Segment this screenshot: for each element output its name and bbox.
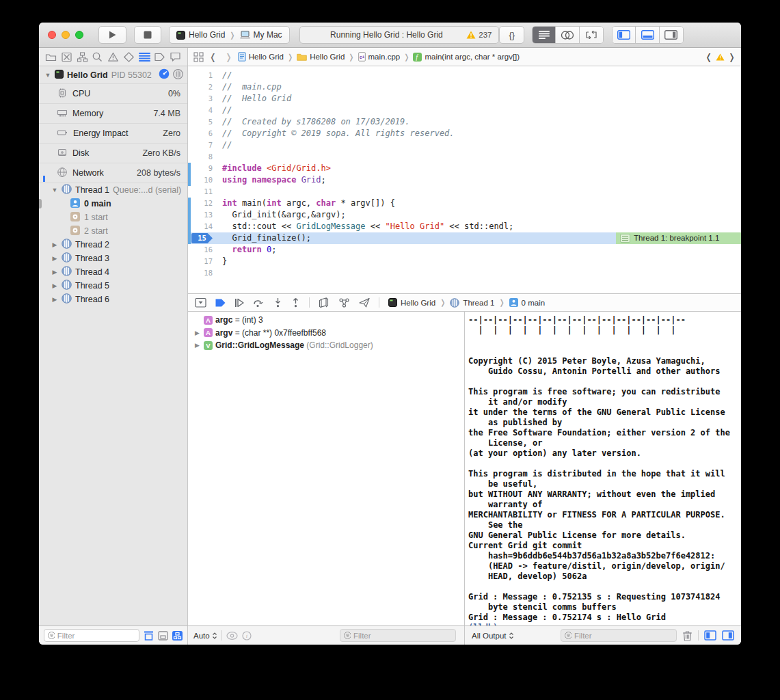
code-line[interactable]: 15 Grid_finalize();Thread 1: breakpoint … [188,232,741,244]
stack-filter-toggle-icon[interactable] [158,631,168,641]
flag-filter-toggle-icon[interactable] [144,631,154,641]
variable-row[interactable]: ▶Aargv = (char **) 0x7ffeefbff568 [188,327,464,340]
code-line[interactable]: 1// [188,70,741,81]
line-number-gutter[interactable]: 5 [188,116,218,128]
gauge-row-memory[interactable]: Memory7.4 MB [39,104,187,124]
hide-debug-area-icon[interactable] [195,297,206,308]
continue-icon[interactable] [234,298,244,308]
debug-crumb-thread[interactable]: Thread 1 [463,299,494,307]
variable-row[interactable]: Aargc = (int) 3 [188,314,464,327]
variables-scope-popup[interactable]: Auto [193,632,217,640]
code-line[interactable]: 8 [188,151,741,163]
disclosure-triangle[interactable]: ▶ [51,296,58,303]
step-over-icon[interactable] [253,297,265,308]
code-line[interactable]: 2// main.cpp [188,81,741,93]
line-number-gutter[interactable]: 6 [188,128,218,139]
thread-row[interactable]: ▶Thread 2 [39,238,187,252]
code-line[interactable]: 14 std::cout << GridLogMessage << "Hello… [188,221,741,232]
scheme-selector[interactable]: Hello Grid ❭ My Mac [169,26,290,44]
code-line[interactable]: 17} [188,256,741,267]
related-items-icon[interactable] [193,52,204,62]
forward-button[interactable]: ❭ [222,52,235,62]
code-line[interactable]: 11 [188,186,741,198]
toggle-navigator-button[interactable] [613,27,636,43]
toggle-console-view-icon[interactable] [722,630,734,641]
standard-editor-button[interactable] [533,27,556,43]
process-row[interactable]: ▼Hello GridPID 55302 [39,66,187,84]
disclosure-triangle[interactable]: ▼ [44,72,51,79]
thread-row[interactable]: ▶Thread 4 [39,265,187,279]
line-number-gutter[interactable]: 3 [188,93,218,105]
code-line[interactable]: 5// Created by s1786208 on 17/03/2019. [188,116,741,128]
run-button[interactable] [98,26,126,44]
debug-navigator-icon[interactable] [139,53,150,62]
navigator-filter-field[interactable] [44,629,139,642]
stack-frame-row[interactable]: 2 start [39,224,187,238]
variables-filter-input[interactable] [353,632,452,640]
console[interactable]: --|--|--|--|--|--|--|--|--|--|--|--|--|-… [465,312,741,625]
line-number-gutter[interactable]: 16 [188,244,218,256]
stop-button[interactable] [134,26,161,44]
code-line[interactable]: 10using namespace Grid; [188,174,741,186]
toggle-variables-view-icon[interactable] [704,630,716,641]
line-number-gutter[interactable]: 7 [188,139,218,151]
code-line[interactable]: 7// [188,139,741,151]
line-number-gutter[interactable]: 13 [188,209,218,221]
stack-frame-row[interactable]: 0 main [39,197,187,211]
breakpoint-annotation[interactable]: Thread 1: breakpoint 1.1 [616,232,741,244]
line-number-gutter[interactable]: 17 [188,256,218,267]
close-window-button[interactable] [48,31,56,39]
code-line[interactable]: 12int main(int argc, char * argv[]) { [188,198,741,209]
jumpbar-crumb-project[interactable]: Hello Grid [249,53,284,61]
find-navigator-icon[interactable] [92,51,103,63]
code-line[interactable]: 13 Grid_init(&argc,&argv); [188,209,741,221]
minimize-window-button[interactable] [62,31,70,39]
thread-row[interactable]: ▶Thread 6 [39,293,187,306]
memory-graph-icon[interactable] [338,297,350,308]
debug-gauge-icon[interactable] [159,68,170,79]
activate-breakpoints-icon[interactable] [215,299,226,307]
disclosure-triangle[interactable]: ▶ [51,241,58,248]
gauge-row-disk[interactable]: DiskZero KB/s [39,144,187,163]
disclosure-triangle[interactable]: ▶ [51,282,58,289]
line-number-gutter[interactable]: 10 [188,174,218,186]
code-line[interactable]: 3// Hello Grid [188,93,741,105]
thread-row[interactable]: ▼Thread 1Queue:...d (serial) [39,183,187,197]
back-button[interactable]: ❬ [206,52,219,62]
console-output[interactable]: --|--|--|--|--|--|--|--|--|--|--|--|--|-… [465,312,741,625]
eye-icon[interactable] [226,632,238,640]
view-debugger-icon[interactable] [319,297,330,308]
simulate-location-icon[interactable] [359,297,370,308]
line-number-gutter[interactable]: 12 [188,198,218,209]
warning-count-badge[interactable]: 237 [466,31,492,39]
version-editor-button[interactable] [580,27,603,43]
navigator-filter-input[interactable] [57,632,135,640]
code-snippet-button[interactable]: {} [499,26,524,44]
step-out-icon[interactable] [291,297,300,308]
console-filter-input[interactable] [574,632,673,640]
disclosure-triangle[interactable]: ▼ [51,187,58,193]
test-navigator-icon[interactable] [123,51,135,63]
source-editor[interactable]: 1//2// main.cpp3// Hello Grid4//5// Crea… [188,66,741,294]
interesting-filter-toggle-icon[interactable] [172,631,183,641]
toggle-debug-area-button[interactable] [636,27,659,43]
project-navigator-icon[interactable] [45,51,57,63]
step-into-icon[interactable] [273,297,282,308]
code-line[interactable]: 18 [188,267,741,279]
disclosure-triangle[interactable]: ▶ [51,269,58,275]
code-line[interactable]: 6// Copyright © 2019 sopa. All rights re… [188,128,741,139]
line-number-gutter[interactable]: 18 [188,267,218,279]
source-control-navigator-icon[interactable] [61,51,72,63]
thread-row[interactable]: ▶Thread 5 [39,279,187,293]
code-line[interactable]: 9#include <Grid/Grid.h> [188,163,741,174]
line-number-gutter[interactable]: 8 [188,151,218,163]
issue-navigator-icon[interactable] [107,51,119,63]
breakpoint-navigator-icon[interactable] [154,52,165,62]
jumpbar-crumb-symbol[interactable]: main(int argc, char * argv[]) [425,53,520,61]
info-icon[interactable]: i [242,631,252,641]
assistant-editor-button[interactable] [556,27,579,43]
breakpoint-instruction-pointer[interactable]: 15 [191,233,213,243]
view-mode-icon[interactable] [173,69,183,79]
debug-crumb-frame[interactable]: 0 main [522,299,546,307]
gauge-row-energy-impact[interactable]: Energy ImpactZero [39,124,187,144]
